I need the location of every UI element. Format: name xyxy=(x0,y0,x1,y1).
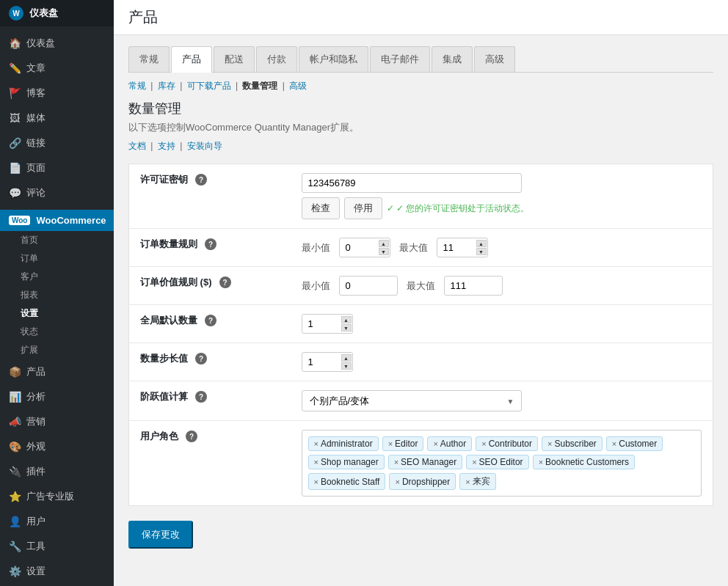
tag-remove-customer[interactable]: × xyxy=(612,439,616,448)
license-key-input[interactable] xyxy=(302,173,522,193)
tag-label-contributor: Contributor xyxy=(489,439,532,449)
sidebar-item-media[interactable]: 🖼 媒体 xyxy=(0,106,114,131)
woocommerce-header[interactable]: Woo WooCommerce xyxy=(0,210,114,231)
sidebar-item-comments[interactable]: 💬 评论 xyxy=(0,180,114,205)
sidebar-sub-customers[interactable]: 客户 xyxy=(0,268,114,286)
sidebar-item-marketing[interactable]: 📣 营销 xyxy=(0,409,114,434)
order-qty-min-up[interactable]: ▲ xyxy=(379,240,389,247)
save-changes-button[interactable]: 保存更改 xyxy=(128,521,193,549)
order-value-label: 订单价值规则 ($) xyxy=(140,276,212,289)
settings-table: 许可证密钥 ? 检查 停用 ✓ 您的许可证密钥处于活动状态。 xyxy=(128,164,713,506)
sidebar-item-users[interactable]: 👤 用户 xyxy=(0,509,114,534)
sidebar-item-articles[interactable]: ✏️ 文章 xyxy=(0,56,114,81)
sidebar-item-label: 评论 xyxy=(26,186,46,199)
sidebar-item-links[interactable]: 🔗 链接 xyxy=(0,131,114,155)
license-deactivate-button[interactable]: 停用 xyxy=(344,197,382,219)
sub-nav-quantity[interactable]: 数量管理 xyxy=(242,81,277,91)
qty-step-up[interactable]: ▲ xyxy=(341,354,352,362)
sidebar-item-label: 工具 xyxy=(26,540,46,553)
sidebar-item-label: 外观 xyxy=(26,440,46,453)
tag-remove-administrator[interactable]: × xyxy=(314,439,318,448)
tag-remove-seo-manager[interactable]: × xyxy=(394,458,398,466)
sub-nav-downloadable[interactable]: 可下载产品 xyxy=(187,81,231,91)
tag-remove-guest[interactable]: × xyxy=(465,477,470,486)
tag-remove-dropshipper[interactable]: × xyxy=(395,477,399,486)
tab-advanced[interactable]: 高级 xyxy=(474,46,515,72)
tag-dropshipper: × Dropshipper xyxy=(389,473,456,490)
order-qty-max-down[interactable]: ▼ xyxy=(476,248,487,255)
sidebar-item-analytics[interactable]: 📊 分析 xyxy=(0,384,114,409)
qty-step-label: 数量步长值 xyxy=(140,352,188,365)
sidebar-sub-status[interactable]: 状态 xyxy=(0,323,114,341)
default-qty-help-icon: ? xyxy=(205,315,216,326)
order-qty-max-label: 最大值 xyxy=(399,241,428,254)
link-docs[interactable]: 文档 xyxy=(128,141,146,151)
tab-general[interactable]: 常规 xyxy=(128,46,170,72)
tier-calc-select[interactable]: 个别产品/变体 全局 xyxy=(302,390,522,411)
plugins-icon: 🔌 xyxy=(9,466,21,477)
tag-remove-editor[interactable]: × xyxy=(388,439,393,448)
sidebar-sub-orders[interactable]: 订单 xyxy=(0,249,114,268)
qty-step-row: 数量步长值 ? ▲ ▼ xyxy=(129,343,713,381)
order-qty-max-wrapper: ▲ ▼ xyxy=(437,238,488,257)
sidebar-sub-reports[interactable]: 报表 xyxy=(0,286,114,304)
tag-administrator: × Administrator xyxy=(308,436,379,451)
tag-remove-subscriber[interactable]: × xyxy=(547,439,552,448)
content-area: 常规 产品 配送 付款 帐户和隐私 电子邮件 集成 高级 常规 | 库存 | 可… xyxy=(114,35,728,574)
sidebar-item-label: 营销 xyxy=(26,415,46,428)
sidebar-item-tools[interactable]: 🔧 工具 xyxy=(0,534,114,559)
tag-remove-booknetic-staff[interactable]: × xyxy=(314,477,318,486)
tab-payment[interactable]: 付款 xyxy=(256,46,297,72)
sidebar-sub-extensions[interactable]: 扩展 xyxy=(0,341,114,359)
tab-account[interactable]: 帐户和隐私 xyxy=(299,46,368,72)
tag-booknetic-customers: × Booknetic Customers xyxy=(533,455,635,469)
sidebar-item-pages[interactable]: 📄 页面 xyxy=(0,155,114,180)
tab-products[interactable]: 产品 xyxy=(171,46,212,73)
tab-shipping[interactable]: 配送 xyxy=(214,46,255,72)
tag-remove-booknetic-customers[interactable]: × xyxy=(539,458,543,466)
order-value-min-input[interactable] xyxy=(339,276,398,296)
order-qty-max-up[interactable]: ▲ xyxy=(476,240,487,247)
sub-nav-general[interactable]: 常规 xyxy=(128,81,146,91)
default-qty-down[interactable]: ▼ xyxy=(341,324,352,332)
sidebar-item-label: 页面 xyxy=(26,161,46,175)
tag-remove-seo-editor[interactable]: × xyxy=(472,458,476,466)
main-tabs: 常规 产品 配送 付款 帐户和隐私 电子邮件 集成 高级 xyxy=(128,46,713,73)
link-support[interactable]: 支持 xyxy=(158,141,175,151)
sidebar-item-appearance[interactable]: 🎨 外观 xyxy=(0,434,114,459)
ads-icon: ⭐ xyxy=(9,491,21,502)
link-wizard[interactable]: 安装向导 xyxy=(187,141,222,151)
order-qty-min-down[interactable]: ▼ xyxy=(379,248,389,255)
license-check-button[interactable]: 检查 xyxy=(302,197,340,219)
tag-label-administrator: Administrator xyxy=(321,439,373,449)
qty-step-wrapper: ▲ ▼ xyxy=(302,352,353,372)
tag-subscriber: × Subscriber xyxy=(542,436,603,451)
main-content: 产品 常规 产品 配送 付款 帐户和隐私 电子邮件 集成 高级 常规 | 库存 … xyxy=(114,0,728,586)
tag-remove-shop-manager[interactable]: × xyxy=(314,458,318,466)
tag-remove-contributor[interactable]: × xyxy=(481,439,486,448)
tag-remove-author[interactable]: × xyxy=(433,439,437,448)
sidebar-item-plugins[interactable]: 🔌 插件 xyxy=(0,459,114,484)
default-qty-up[interactable]: ▲ xyxy=(341,316,352,323)
order-value-max-input[interactable] xyxy=(444,276,503,296)
tab-email[interactable]: 电子邮件 xyxy=(370,46,430,72)
analytics-icon: 📊 xyxy=(9,391,21,403)
sidebar-item-label: 用户 xyxy=(26,515,46,528)
sidebar-item-blog[interactable]: 🚩 博客 xyxy=(0,81,114,106)
qty-step-help-icon: ? xyxy=(195,353,207,365)
qty-step-down[interactable]: ▼ xyxy=(341,362,352,370)
sidebar-item-label: 仪表盘 xyxy=(26,37,55,50)
user-roles-label: 用户角色 xyxy=(140,430,178,443)
sub-nav-inventory[interactable]: 库存 xyxy=(158,81,175,91)
sidebar-item-ads[interactable]: ⭐ 广告专业版 xyxy=(0,484,114,509)
sidebar-sub-home[interactable]: 首页 xyxy=(0,231,114,249)
sidebar-item-settings[interactable]: ⚙️ 设置 xyxy=(0,559,114,584)
woo-logo-badge: Woo xyxy=(9,216,30,225)
sidebar-item-products[interactable]: 📦 产品 xyxy=(0,359,114,384)
woocommerce-label: WooCommerce xyxy=(36,215,106,226)
tab-integration[interactable]: 集成 xyxy=(432,46,473,72)
sidebar-sub-settings[interactable]: 设置 xyxy=(0,304,114,323)
articles-icon: ✏️ xyxy=(9,62,21,74)
sub-nav-advanced[interactable]: 高级 xyxy=(289,81,307,91)
sidebar-item-dashboard[interactable]: 🏠 仪表盘 xyxy=(0,31,114,56)
